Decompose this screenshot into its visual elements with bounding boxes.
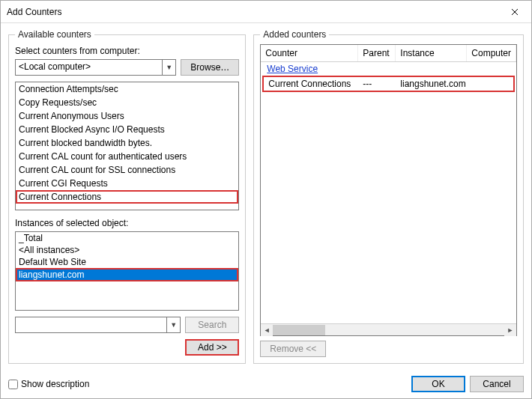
counter-item-selected[interactable]: Current Connections: [16, 190, 238, 204]
available-counters-group: Available counters Select counters from …: [8, 29, 246, 364]
col-instance[interactable]: Instance: [396, 45, 467, 61]
counter-item[interactable]: Current blocked bandwidth bytes.: [16, 136, 238, 150]
remove-button: Remove <<: [260, 341, 326, 357]
instance-item[interactable]: _Total: [16, 232, 238, 244]
instances-listbox[interactable]: _Total <All instances> Default Web Site …: [15, 231, 239, 311]
search-input[interactable]: ▼: [15, 317, 181, 333]
computer-select[interactable]: <Local computer> ▼: [15, 59, 176, 76]
table-header: Counter Parent Instance Computer: [261, 45, 516, 62]
scroll-thumb[interactable]: [273, 325, 325, 335]
counter-item[interactable]: Current CGI Requests: [16, 177, 238, 190]
chevron-down-icon: ▼: [162, 60, 175, 75]
col-parent[interactable]: Parent: [358, 45, 396, 61]
instance-item-selected[interactable]: liangshunet.com: [16, 268, 238, 281]
browse-button[interactable]: Browse…: [181, 59, 239, 76]
horizontal-scrollbar[interactable]: ◄ ►: [261, 323, 516, 335]
dialog-footer: Show description OK Cancel: [8, 376, 524, 392]
search-value: [16, 317, 166, 332]
table-row[interactable]: Current Connections --- liangshunet.com: [262, 76, 515, 92]
group-header[interactable]: Web Service: [261, 62, 516, 76]
added-table: Counter Parent Instance Computer Web Ser…: [260, 44, 517, 336]
col-computer[interactable]: Computer: [467, 45, 516, 61]
instance-item[interactable]: Default Web Site: [16, 256, 238, 268]
cell-instance: liangshunet.com: [396, 77, 467, 91]
instance-item[interactable]: <All instances>: [16, 244, 238, 256]
title-bar: Add Counters: [1, 1, 531, 23]
col-counter[interactable]: Counter: [261, 45, 358, 61]
cancel-button[interactable]: Cancel: [470, 376, 524, 392]
counter-item[interactable]: Current CAL count for SSL connections: [16, 163, 238, 177]
available-legend: Available counters: [15, 29, 94, 40]
counter-item[interactable]: Current Blocked Async I/O Requests: [16, 123, 238, 136]
added-legend: Added counters: [260, 29, 329, 40]
search-button: Search: [185, 317, 239, 333]
show-description-input[interactable]: [8, 380, 18, 389]
table-body: Web Service Current Connections --- lian…: [261, 62, 516, 323]
scroll-right-icon[interactable]: ►: [504, 324, 516, 336]
select-computer-label: Select counters from computer:: [15, 46, 239, 56]
computer-select-value: <Local computer>: [16, 60, 162, 75]
close-button[interactable]: [498, 1, 531, 23]
close-icon: [511, 8, 519, 16]
cell-parent: ---: [358, 77, 396, 91]
dialog-title: Add Counters: [7, 7, 498, 17]
scroll-left-icon[interactable]: ◄: [261, 324, 273, 336]
counter-item[interactable]: Current Anonymous Users: [16, 109, 238, 123]
instances-label: Instances of selected object:: [15, 218, 239, 228]
counter-item[interactable]: Current CAL count for authenticated user…: [16, 150, 238, 163]
cell-counter: Current Connections: [264, 77, 358, 91]
chevron-down-icon: ▼: [166, 317, 180, 332]
show-description-label: Show description: [21, 379, 89, 389]
ok-button[interactable]: OK: [411, 376, 465, 392]
added-counters-group: Added counters Counter Parent Instance C…: [253, 29, 524, 364]
counter-item[interactable]: Connection Attempts/sec: [16, 82, 238, 96]
show-description-checkbox[interactable]: Show description: [8, 379, 89, 389]
add-button[interactable]: Add >>: [185, 339, 239, 356]
counters-listbox[interactable]: Connection Attempts/sec Copy Requests/se…: [15, 82, 239, 210]
counter-item[interactable]: Copy Requests/sec: [16, 96, 238, 109]
